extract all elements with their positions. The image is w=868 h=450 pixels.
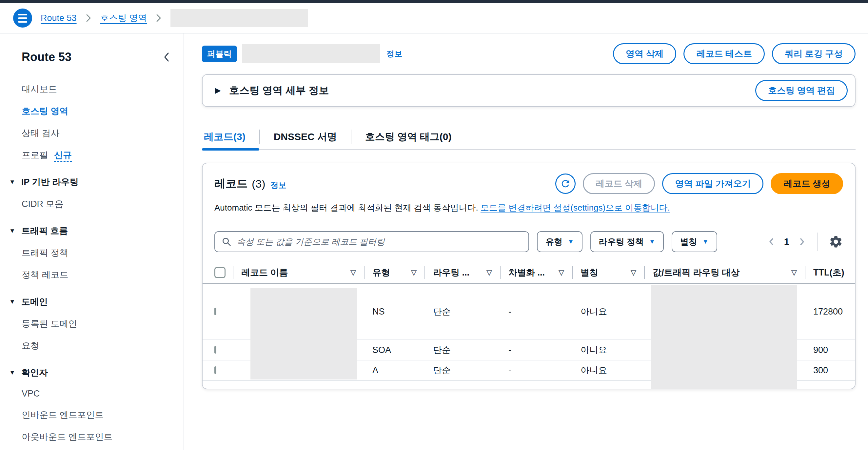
column-header-record-name[interactable]: 레코드 이름 ▽ (234, 262, 365, 283)
record-filter-searchbox[interactable] (214, 231, 529, 252)
triangle-down-icon: ▼ (9, 369, 16, 376)
records-title: 레코드 (214, 176, 248, 191)
column-header-differentiator[interactable]: 차별화 ... ▽ (500, 262, 572, 283)
sidebar-item-requests[interactable]: 요청 (22, 340, 172, 352)
info-link[interactable]: 정보 (271, 180, 286, 190)
cell-ttl: 300 (805, 365, 843, 376)
import-zone-file-button[interactable]: 영역 파일 가져오기 (662, 173, 764, 194)
triangle-down-icon: ▼ (9, 227, 16, 235)
hosted-zone-details-card: ▶ 호스팅 영역 세부 정보 호스팅 영역 편집 (202, 74, 856, 107)
gear-icon[interactable] (829, 235, 843, 249)
records-panel: 레코드 (3) 정보 레코드 삭제 영역 파일 가져오기 레코드 생성 Auto… (202, 163, 856, 389)
chevron-right-icon (155, 13, 162, 23)
redacted-record-values-block (651, 285, 797, 389)
sidebar-section-domains[interactable]: ▼도메인 (9, 296, 172, 308)
sidebar-item-health-checks[interactable]: 상태 검사 (22, 127, 172, 139)
chevron-down-icon: ▼ (568, 238, 574, 245)
cell-routing-policy: 단순 (425, 306, 500, 318)
breadcrumb-route53-link[interactable]: Route 53 (41, 13, 77, 23)
redacted-record-names-block (250, 288, 357, 380)
cell-differentiator: - (500, 365, 572, 376)
row-checkbox[interactable] (214, 366, 216, 374)
tab-bar: 레코드(3) DNSSEC 서명 호스팅 영역 태그(0) (202, 125, 856, 150)
cell-alias: 아니요 (572, 306, 645, 318)
routing-policy-filter-dropdown[interactable]: 라우팅 정책 ▼ (590, 231, 664, 252)
sidebar-collapse-icon[interactable] (161, 50, 172, 64)
configure-query-logging-button[interactable]: 쿼리 로깅 구성 (772, 43, 856, 64)
sidebar-item-dashboard[interactable]: 대시보드 (22, 83, 172, 95)
breadcrumb-hosted-zones-link[interactable]: 호스팅 영역 (100, 12, 147, 24)
triangle-right-icon: ▶ (215, 86, 221, 95)
column-header-routing-policy[interactable]: 라우팅 ... ▽ (425, 262, 500, 283)
sidebar-section-ip-based-routing[interactable]: ▼IP 기반 라우팅 (9, 176, 172, 188)
refresh-button[interactable] (555, 174, 576, 194)
breadcrumb: Route 53 호스팅 영역 (0, 3, 868, 33)
info-link[interactable]: 정보 (386, 49, 402, 59)
menu-hamburger-icon[interactable] (13, 8, 32, 28)
test-record-button[interactable]: 레코드 테스트 (683, 43, 765, 64)
delete-zone-button[interactable]: 영역 삭제 (613, 43, 677, 64)
sidebar-section-traffic-flow[interactable]: ▼트래픽 흐름 (9, 225, 172, 237)
sidebar-title: Route 53 (22, 50, 71, 64)
delete-record-button[interactable]: 레코드 삭제 (583, 173, 655, 194)
sort-icon[interactable]: ▽ (350, 268, 356, 277)
settings-link[interactable]: 모드를 변경하려면 설정(settings)으로 이동합니다. (480, 203, 670, 213)
search-mode-description: Automatic 모드는 최상의 필터 결과에 최적화된 현재 검색 동작입니… (203, 202, 855, 213)
redacted-zone-name (170, 9, 308, 27)
column-header-type[interactable]: 유형 ▽ (365, 262, 425, 283)
chevron-down-icon: ▼ (649, 238, 655, 245)
new-badge-link[interactable]: 신규 (54, 150, 72, 162)
cell-type: SOA (365, 345, 425, 355)
cell-alias: 아니요 (572, 364, 645, 376)
table-body: NS 단순 - 아니요 172800 SOA 단순 - 아니요 900 (203, 284, 855, 389)
create-record-button[interactable]: 레코드 생성 (771, 173, 843, 194)
sort-icon[interactable]: ▽ (487, 268, 492, 277)
sidebar-item-profiles[interactable]: 프로필신규 (22, 149, 172, 161)
edit-hosted-zone-button[interactable]: 호스팅 영역 편집 (755, 80, 848, 101)
sidebar-item-traffic-policies[interactable]: 트래픽 정책 (22, 247, 172, 259)
sidebar-item-inbound-endpoints[interactable]: 인바운드 엔드포인트 (22, 409, 172, 421)
cell-routing-policy: 단순 (425, 364, 500, 376)
details-expander[interactable]: ▶ 호스팅 영역 세부 정보 (215, 84, 329, 97)
pagination: 1 (766, 233, 843, 251)
cell-type: A (365, 365, 425, 376)
cell-type: NS (365, 307, 425, 317)
search-icon (222, 237, 231, 247)
sort-icon[interactable]: ▽ (411, 268, 416, 277)
current-page-number[interactable]: 1 (784, 237, 789, 247)
alias-filter-dropdown[interactable]: 별칭 ▼ (672, 231, 717, 252)
row-checkbox[interactable] (214, 346, 216, 354)
tab-records[interactable]: 레코드(3) (202, 125, 259, 149)
sidebar-item-registered-domains[interactable]: 등록된 도메인 (22, 318, 172, 330)
sidebar-item-vpc[interactable]: VPC (22, 389, 172, 399)
tab-hosted-zone-tags[interactable]: 호스팅 영역 태그(0) (351, 125, 465, 149)
sort-icon[interactable]: ▽ (791, 268, 797, 277)
details-title: 호스팅 영역 세부 정보 (229, 84, 329, 97)
record-filter-input[interactable] (236, 237, 522, 247)
sidebar-section-resolver[interactable]: ▼확인자 (9, 367, 172, 379)
sort-icon[interactable]: ▽ (631, 268, 636, 277)
next-page-icon[interactable] (797, 236, 807, 248)
sidebar-item-outbound-endpoints[interactable]: 아웃바운드 엔드포인트 (22, 431, 172, 443)
row-checkbox[interactable] (214, 308, 216, 315)
sort-icon[interactable]: ▽ (559, 268, 564, 277)
triangle-down-icon: ▼ (9, 298, 16, 305)
table-header: 레코드 이름 ▽ 유형 ▽ 라우팅 ... ▽ 차별화 ... ▽ 별칭 ▽ (203, 262, 855, 284)
column-header-ttl: TTL(초) (805, 262, 843, 283)
chevron-down-icon: ▼ (703, 238, 709, 245)
cell-differentiator: - (500, 345, 572, 355)
type-filter-dropdown[interactable]: 유형 ▼ (537, 231, 583, 252)
sidebar-item-cidr-collections[interactable]: CIDR 모음 (22, 198, 172, 210)
column-header-alias[interactable]: 별칭 ▽ (572, 262, 645, 283)
tab-dnssec-signing[interactable]: DNSSEC 서명 (260, 125, 351, 149)
select-all-checkbox[interactable] (214, 267, 225, 278)
column-header-value[interactable]: 값/트래픽 라우팅 대상 ▽ (645, 262, 805, 283)
previous-page-icon[interactable] (766, 236, 776, 248)
cell-ttl: 172800 (805, 307, 843, 317)
sidebar-item-policy-records[interactable]: 정책 레코드 (22, 269, 172, 281)
cell-routing-policy: 단순 (425, 344, 500, 356)
window-top-strip (0, 0, 868, 3)
toolbar-divider (817, 233, 818, 251)
sidebar-item-hosted-zones[interactable]: 호스팅 영역 (22, 105, 172, 117)
chevron-right-icon (85, 13, 92, 23)
